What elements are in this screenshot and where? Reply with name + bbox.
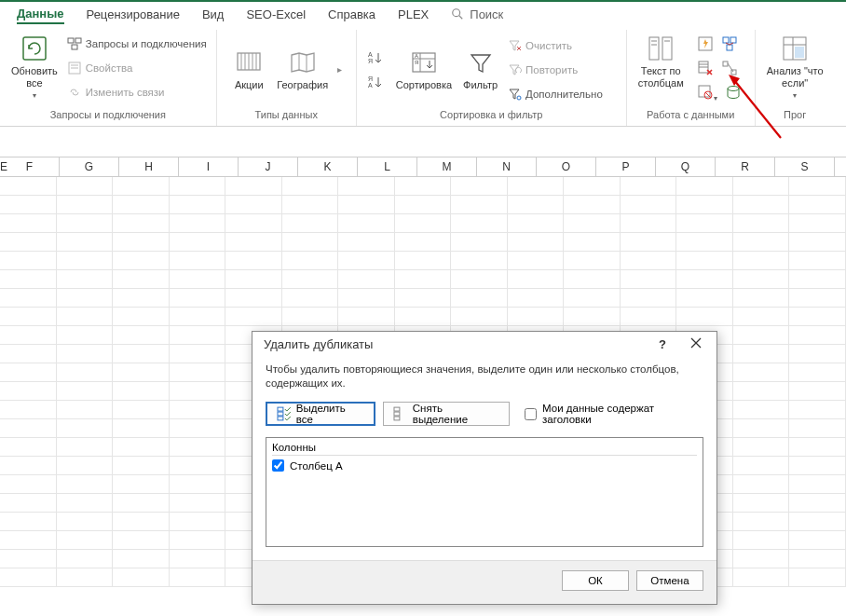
- grid-cell[interactable]: [113, 177, 170, 195]
- grid-cell[interactable]: [225, 252, 282, 269]
- grid-cell[interactable]: [395, 252, 452, 269]
- tab-seo-excel[interactable]: SEO-Excel: [246, 6, 306, 23]
- has-headers-input[interactable]: [525, 408, 537, 420]
- grid-cell[interactable]: [676, 252, 733, 269]
- what-if-button[interactable]: Анализ "что если" ▾: [761, 32, 829, 103]
- grid-cell[interactable]: [170, 345, 226, 363]
- geography-button[interactable]: География: [271, 46, 334, 93]
- grid-cell[interactable]: [789, 531, 846, 549]
- column-header[interactable]: L: [358, 157, 417, 176]
- grid-cell[interactable]: [113, 363, 170, 381]
- grid-cell[interactable]: [0, 308, 57, 325]
- ok-button[interactable]: ОК: [562, 570, 629, 591]
- grid-cell[interactable]: [338, 233, 395, 251]
- grid-cell[interactable]: [0, 401, 57, 418]
- consolidate-button[interactable]: [721, 35, 738, 56]
- grid-cell[interactable]: [564, 289, 621, 307]
- grid-cell[interactable]: [225, 233, 282, 251]
- grid-cell[interactable]: [338, 214, 395, 232]
- column-header[interactable]: F: [0, 157, 60, 176]
- grid-cell[interactable]: [0, 345, 57, 363]
- grid-cell[interactable]: [170, 513, 226, 530]
- grid-cell[interactable]: [0, 568, 57, 586]
- grid-cell[interactable]: [733, 270, 790, 288]
- grid-cell[interactable]: [113, 438, 170, 456]
- flash-fill-button[interactable]: [697, 35, 714, 56]
- grid-cell[interactable]: [170, 308, 226, 325]
- grid-cell[interactable]: [789, 475, 846, 493]
- grid-cell[interactable]: [113, 270, 170, 288]
- grid-cell[interactable]: [113, 214, 170, 232]
- text-to-columns-button[interactable]: Текст по столбцам: [633, 32, 689, 91]
- grid-cell[interactable]: [621, 196, 677, 213]
- grid-cell[interactable]: [225, 214, 282, 232]
- tab-data[interactable]: Данные: [17, 5, 64, 24]
- grid-cell[interactable]: [733, 568, 790, 586]
- tab-view[interactable]: Вид: [202, 6, 225, 23]
- grid-cell[interactable]: [57, 438, 114, 456]
- column-header[interactable]: J: [239, 157, 298, 176]
- grid-cell[interactable]: [57, 531, 114, 549]
- grid-cell[interactable]: [789, 252, 846, 269]
- grid-cell[interactable]: [733, 177, 790, 195]
- sort-button[interactable]: АЯ Сортировка: [390, 46, 457, 93]
- grid-cell[interactable]: [0, 531, 57, 549]
- grid-cell[interactable]: [113, 475, 170, 493]
- grid-cell[interactable]: [564, 252, 621, 269]
- column-header[interactable]: O: [537, 157, 596, 176]
- grid-cell[interactable]: [451, 270, 508, 288]
- grid-cell[interactable]: [789, 401, 846, 418]
- grid-cell[interactable]: [57, 196, 114, 213]
- advanced-filter-button[interactable]: Дополнительно: [507, 84, 603, 104]
- grid-cell[interactable]: [789, 568, 846, 586]
- grid-cell[interactable]: [57, 233, 114, 251]
- refresh-all-button[interactable]: Обновить все ▾: [6, 32, 63, 103]
- column-header[interactable]: K: [298, 157, 358, 176]
- grid-cell[interactable]: [0, 326, 57, 344]
- grid-cell[interactable]: [0, 438, 57, 456]
- grid-cell[interactable]: [0, 196, 57, 213]
- grid-cell[interactable]: [733, 214, 790, 232]
- grid-cell[interactable]: [676, 196, 733, 213]
- grid-cell[interactable]: [170, 438, 226, 456]
- grid-cell[interactable]: [789, 513, 846, 530]
- remove-duplicates-button[interactable]: [697, 60, 714, 80]
- grid-cell[interactable]: [113, 289, 170, 307]
- grid-cell[interactable]: [282, 196, 339, 213]
- grid-cell[interactable]: [733, 457, 790, 474]
- column-header[interactable]: M: [417, 157, 477, 176]
- grid-cell[interactable]: [170, 494, 226, 512]
- grid-cell[interactable]: [282, 270, 339, 288]
- grid-cell[interactable]: [0, 270, 57, 288]
- chevron-right-icon[interactable]: ▸: [337, 64, 342, 75]
- grid-cell[interactable]: [564, 233, 621, 251]
- grid-cell[interactable]: [0, 494, 57, 512]
- grid-cell[interactable]: [113, 308, 170, 325]
- sort-asc-button[interactable]: АЯ: [366, 48, 387, 68]
- grid-cell[interactable]: [57, 177, 114, 195]
- grid-cell[interactable]: [395, 214, 452, 232]
- grid-cell[interactable]: [170, 382, 226, 400]
- grid-cell[interactable]: [789, 196, 846, 213]
- select-all-button[interactable]: Выделить все: [266, 402, 375, 426]
- grid-cell[interactable]: [0, 233, 57, 251]
- grid-cell[interactable]: [57, 363, 114, 381]
- grid-cell[interactable]: [170, 568, 226, 586]
- grid-cell[interactable]: [789, 438, 846, 456]
- grid-cell[interactable]: [170, 457, 226, 474]
- grid-cell[interactable]: [789, 214, 846, 232]
- data-validation-button[interactable]: ▾: [697, 84, 717, 104]
- filter-button[interactable]: Фильтр: [457, 46, 503, 93]
- grid-cell[interactable]: [57, 382, 114, 400]
- grid-cell[interactable]: [395, 308, 452, 325]
- grid-cell[interactable]: [789, 345, 846, 363]
- manage-data-model-button[interactable]: [725, 84, 742, 104]
- grid-cell[interactable]: [733, 475, 790, 493]
- grid-cell[interactable]: [113, 252, 170, 269]
- grid-cell[interactable]: [170, 196, 226, 213]
- grid-cell[interactable]: [113, 326, 170, 344]
- grid-cell[interactable]: [113, 457, 170, 474]
- search-box[interactable]: Поиск: [451, 7, 503, 21]
- grid-cell[interactable]: [57, 252, 114, 269]
- grid-cell[interactable]: [170, 531, 226, 549]
